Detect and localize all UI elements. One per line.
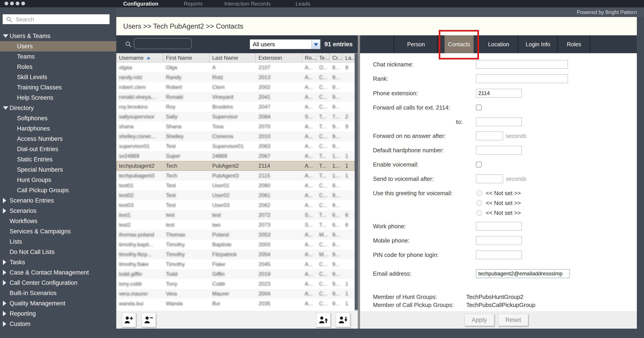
sidebar-item-scenario-entries[interactable]: Scenario Entries: [0, 196, 116, 206]
window-dot-icon[interactable]: [16, 2, 20, 5]
sidebar-item-quality-management[interactable]: Quality Management: [0, 298, 116, 308]
sidebar-item-roles[interactable]: Roles: [0, 62, 116, 72]
chevron-right-icon[interactable]: [3, 208, 6, 214]
column-header-last[interactable]: La...: [342, 53, 355, 62]
table-row[interactable]: olgaaOlgaA2107A...O...8...9: [116, 62, 355, 72]
forward-to-input[interactable]: [476, 117, 522, 126]
table-row[interactable]: test1testtest2072S...T...6...6: [116, 210, 355, 220]
table-row[interactable]: supervisor01TestSupervisor012063A...C...…: [116, 141, 355, 151]
table-row[interactable]: vera.maurerVeraMaurer2004A...C...9...1: [116, 289, 355, 299]
chevron-right-icon[interactable]: [3, 311, 6, 316]
sidebar-item-users[interactable]: Users: [0, 41, 116, 52]
chevron-right-icon[interactable]: [3, 321, 6, 326]
menu-leads[interactable]: Leads: [296, 0, 310, 8]
sidebar-item-special-numbers[interactable]: Special Numbers: [0, 164, 116, 175]
enable-voicemail-checkbox[interactable]: [476, 162, 482, 168]
sidebar-item-softphones[interactable]: Softphones: [0, 113, 116, 124]
table-row[interactable]: test01TestUser012060A...C...9...: [116, 180, 355, 190]
table-row[interactable]: timothy.fitzp...TimothyFitzpatrick2054A.…: [116, 250, 355, 259]
list-search-input[interactable]: [134, 38, 192, 49]
column-header-first-name[interactable]: First Name: [163, 53, 210, 62]
sidebar-item-hardphones[interactable]: Hardphones: [0, 124, 116, 134]
column-header-roles[interactable]: Ro...: [302, 53, 316, 62]
table-row[interactable]: test02TestUser022061A...C...9...: [116, 190, 355, 200]
export-users-button[interactable]: [316, 313, 330, 327]
email-address-input[interactable]: [476, 269, 570, 278]
table-row[interactable]: techpubagent3TechPubAgent32115A...T...1.…: [116, 171, 355, 180]
tab-contacts[interactable]: Contacts: [444, 35, 474, 53]
sidebar-item-teams[interactable]: Teams: [0, 52, 116, 62]
sidebar-item-users-teams[interactable]: Users & Teams: [0, 31, 116, 41]
sidebar-item-call-center-configuration[interactable]: Call Center Configuration: [0, 278, 116, 288]
chevron-right-icon[interactable]: [3, 198, 6, 203]
greeting-radio-2[interactable]: [476, 200, 482, 206]
sidebar-item-hunt-groups[interactable]: Hunt Groups: [0, 175, 116, 185]
forward-all-calls-checkbox[interactable]: [476, 104, 482, 110]
sidebar-item-access-numbers[interactable]: Access Numbers: [0, 134, 116, 144]
greeting-radio-3[interactable]: [476, 210, 482, 216]
table-row[interactable]: sallysupervisorSallySupervisor2084S...T.…: [116, 112, 355, 122]
column-header-last-name[interactable]: Last Name: [210, 53, 256, 62]
window-dot-icon[interactable]: [4, 2, 8, 5]
scrollbar-thumb[interactable]: [355, 54, 358, 310]
apply-button[interactable]: Apply: [464, 314, 494, 326]
window-controls[interactable]: [4, 2, 25, 5]
tab-person[interactable]: Person: [394, 35, 438, 53]
table-row[interactable]: test2testtwo2073S...T...6...6: [116, 220, 355, 230]
sidebar-item-workflows[interactable]: Workflows: [0, 216, 116, 226]
default-hardphone-input[interactable]: [476, 146, 522, 155]
sidebar-item-lists[interactable]: Lists: [0, 236, 116, 247]
sidebar-item-static-entries[interactable]: Static Entries: [0, 154, 116, 164]
column-header-teams[interactable]: Te...: [316, 53, 330, 62]
panel-splitter[interactable]: [358, 35, 360, 328]
column-header-extension[interactable]: Extension: [256, 53, 302, 62]
table-row[interactable]: techpubagent2TechPubAgent22114A...T...1.…: [116, 161, 355, 171]
table-row[interactable]: ronald.vineya...RonaldVineyard2041A...C.…: [116, 92, 355, 102]
chevron-right-icon[interactable]: [3, 270, 6, 275]
window-dot-icon[interactable]: [10, 2, 14, 5]
menu-configuration[interactable]: Configuration: [123, 0, 158, 8]
reset-button[interactable]: Reset: [498, 314, 528, 326]
table-row[interactable]: shanaShanaTova2070A...T...9...9: [116, 122, 355, 132]
pin-code-input[interactable]: [476, 250, 522, 259]
table-row[interactable]: shelley.cisner...ShelleyCisneros2010A...…: [116, 132, 355, 141]
column-header-created[interactable]: Cr...: [330, 53, 342, 62]
sidebar-item-custom[interactable]: Custom: [0, 319, 116, 329]
sidebar-item-do-not-call-lists[interactable]: Do Not Call Lists: [0, 247, 116, 257]
sidebar-search[interactable]: [3, 14, 110, 24]
chat-nickname-input[interactable]: [476, 60, 568, 69]
import-users-button[interactable]: [336, 313, 350, 327]
sidebar-item-scenarios[interactable]: Scenarios: [0, 206, 116, 216]
table-row[interactable]: wanda.buiWandaBui2035A...C...9...1: [116, 299, 355, 308]
tab-location[interactable]: Location: [479, 35, 518, 53]
tab-roles[interactable]: Roles: [558, 35, 590, 53]
table-row[interactable]: test03TestUser032062A...C...9...: [116, 200, 355, 210]
menu-interaction-records[interactable]: Interaction Records: [224, 0, 271, 8]
sidebar-item-services-campaigns[interactable]: Services & Campaigns: [0, 226, 116, 236]
chevron-down-icon[interactable]: [3, 34, 8, 38]
sidebar-item-directory[interactable]: Directory: [0, 103, 116, 113]
column-header-username[interactable]: Username: [116, 53, 163, 62]
table-row[interactable]: todd.giffinToddGiffin2019A...C...9...: [116, 269, 355, 279]
chevron-right-icon[interactable]: [3, 260, 6, 265]
tab-login-info[interactable]: Login Info: [518, 35, 558, 53]
sidebar-item-reporting[interactable]: Reporting: [0, 308, 116, 319]
rank-input[interactable]: [476, 74, 568, 83]
sidebar-item-case-contact-management[interactable]: Case & Contact Management: [0, 267, 116, 278]
add-user-button[interactable]: [122, 313, 136, 327]
sidebar-item-built-in-scenarios[interactable]: Built-in Scenarios: [0, 288, 116, 298]
greeting-radio-1[interactable]: [476, 190, 482, 196]
window-dot-icon[interactable]: [21, 2, 25, 5]
user-filter-select[interactable]: All users: [250, 39, 320, 49]
sidebar-item-skill-levels[interactable]: Skill Levels: [0, 72, 116, 82]
table-row[interactable]: roy.brookinsRoyBrookins2047A...C...9...: [116, 102, 355, 112]
chevron-right-icon[interactable]: [3, 280, 6, 286]
chevron-down-icon[interactable]: [3, 106, 8, 110]
table-row[interactable]: timothy.flakeTimothyFlake2045A...C...9..…: [116, 259, 355, 269]
table-scrollbar[interactable]: [355, 53, 358, 311]
sidebar-item-dial-out-entries[interactable]: Dial-out Entries: [0, 144, 116, 154]
chevron-right-icon[interactable]: [3, 301, 6, 306]
sidebar-search-input[interactable]: [15, 14, 107, 24]
table-row[interactable]: timothy.bapti...TimothyBaptiste2003A...C…: [116, 240, 355, 250]
mobile-phone-input[interactable]: [476, 236, 522, 245]
